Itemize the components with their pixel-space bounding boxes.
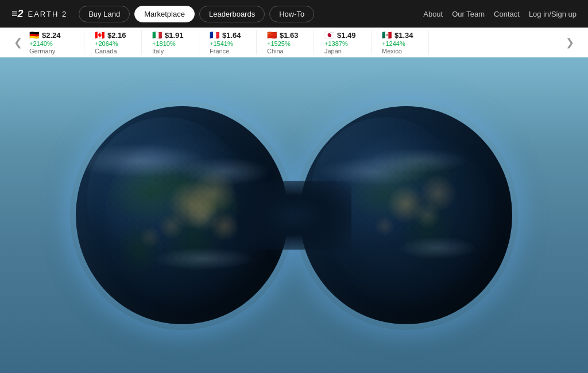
how-to-button[interactable]: How-To <box>269 6 314 22</box>
logo-icon: ≡2 <box>11 8 24 20</box>
price-france: $1.64 <box>222 31 241 40</box>
country-japan: Japan <box>324 48 342 55</box>
ticker-item-france[interactable]: 🇫🇷 $1.64 +1541% France <box>199 30 257 55</box>
country-italy: Italy <box>152 48 164 55</box>
buy-land-button[interactable]: Buy Land <box>79 6 130 22</box>
ticker-bar: ❮ 🇩🇪 $2.24 +2140% Germany 🇨🇦 $2.16 +2064… <box>0 28 588 57</box>
country-germany: Germany <box>29 48 55 55</box>
nav-links: About Our Team Contact Log in/Sign up <box>423 10 577 18</box>
flag-china: 🇨🇳 <box>267 30 277 40</box>
flag-canada: 🇨🇦 <box>95 30 105 40</box>
about-link[interactable]: About <box>423 10 443 18</box>
price-canada: $2.16 <box>107 31 126 40</box>
change-japan: +1387% <box>324 40 348 47</box>
flag-mexico: 🇲🇽 <box>382 30 392 40</box>
ticker-top-japan: 🇯🇵 $1.49 <box>324 30 356 40</box>
flag-germany: 🇩🇪 <box>29 30 39 40</box>
ticker-item-canada[interactable]: 🇨🇦 $2.16 +2064% Canada <box>84 30 142 55</box>
contact-link[interactable]: Contact <box>494 10 520 18</box>
our-team-link[interactable]: Our Team <box>452 10 485 18</box>
ticker-item-italy[interactable]: 🇮🇹 $1.91 +1810% Italy <box>142 30 199 55</box>
ticker-top-france: 🇫🇷 $1.64 <box>210 30 241 40</box>
nav-buttons: Buy Land Marketplace Leaderboards How-To <box>79 6 314 22</box>
logo: ≡2 EARTH 2 <box>11 8 67 20</box>
marketplace-button[interactable]: Marketplace <box>134 6 195 22</box>
ticker-top-germany: 🇩🇪 $2.24 <box>29 30 61 40</box>
change-germany: +2140% <box>29 40 53 47</box>
country-china: China <box>267 48 284 55</box>
country-canada: Canada <box>95 48 117 55</box>
ticker-top-mexico: 🇲🇽 $1.34 <box>382 30 413 40</box>
price-mexico: $1.34 <box>394 31 413 40</box>
change-france: +1541% <box>210 40 233 47</box>
ticker-items: 🇩🇪 $2.24 +2140% Germany 🇨🇦 $2.16 +2064% … <box>27 30 561 55</box>
globe-container <box>59 77 529 353</box>
hero-section <box>0 57 588 373</box>
leaderboards-button[interactable]: Leaderboards <box>199 6 265 22</box>
price-germany: $2.24 <box>42 31 61 40</box>
change-mexico: +1244% <box>382 40 405 47</box>
change-china: +1525% <box>267 40 291 47</box>
flag-italy: 🇮🇹 <box>152 30 162 40</box>
price-italy: $1.91 <box>165 31 184 40</box>
ticker-top-italy: 🇮🇹 $1.91 <box>152 30 184 40</box>
change-italy: +1810% <box>152 40 176 47</box>
change-canada: +2064% <box>95 40 118 47</box>
country-france: France <box>210 48 229 55</box>
navbar: ≡2 EARTH 2 Buy Land Marketplace Leaderbo… <box>0 0 588 28</box>
ticker-right-arrow[interactable]: ❯ <box>561 36 579 49</box>
ticker-item-japan[interactable]: 🇯🇵 $1.49 +1387% Japan <box>314 30 372 55</box>
flag-france: 🇫🇷 <box>210 30 219 40</box>
ticker-top-canada: 🇨🇦 $2.16 <box>95 30 126 40</box>
login-link[interactable]: Log in/Sign up <box>529 10 577 18</box>
price-china: $1.63 <box>280 31 299 40</box>
ticker-item-mexico[interactable]: 🇲🇽 $1.34 +1244% Mexico <box>372 30 429 55</box>
price-japan: $1.49 <box>337 31 356 40</box>
globe-connector <box>237 181 351 250</box>
country-mexico: Mexico <box>382 48 402 55</box>
ticker-left-arrow[interactable]: ❮ <box>9 36 27 49</box>
globe-shape <box>59 95 529 336</box>
ticker-item-germany[interactable]: 🇩🇪 $2.24 +2140% Germany <box>27 30 84 55</box>
logo-text: EARTH 2 <box>28 10 68 18</box>
flag-japan: 🇯🇵 <box>324 30 334 40</box>
ticker-top-china: 🇨🇳 $1.63 <box>267 30 299 40</box>
ticker-item-china[interactable]: 🇨🇳 $1.63 +1525% China <box>257 30 314 55</box>
